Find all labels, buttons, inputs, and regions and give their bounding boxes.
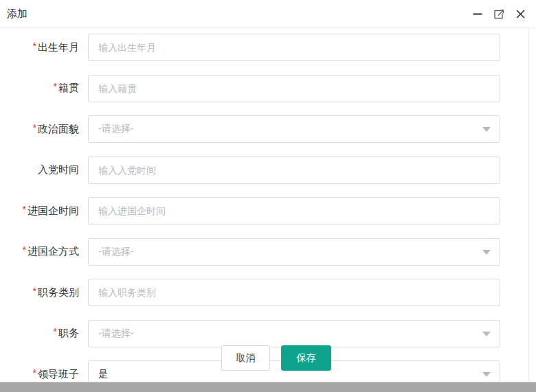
- minimize-button[interactable]: [471, 8, 484, 20]
- required-asterisk: *: [54, 326, 57, 337]
- save-button[interactable]: 保存: [281, 345, 331, 371]
- field-row-soe-entry-time: *进国企时间: [0, 197, 528, 224]
- field-row-native-place: *籍贯: [0, 75, 528, 102]
- required-asterisk: *: [23, 244, 26, 255]
- political-status-select[interactable]: -请选择-: [88, 115, 500, 143]
- birth-date-input[interactable]: [88, 34, 500, 61]
- position-category-input[interactable]: [88, 279, 500, 306]
- field-label: 入党时间: [0, 163, 79, 176]
- add-form: *出生年月 *籍贯 *政治面貌 -请选择- 入党时间 *进国企时间 *进国企方式…: [0, 28, 528, 382]
- soe-entry-time-input[interactable]: [88, 197, 500, 224]
- required-asterisk: *: [54, 81, 57, 92]
- field-label: *出生年月: [0, 41, 79, 54]
- soe-entry-method-select[interactable]: -请选择-: [88, 238, 500, 266]
- minimize-icon: [472, 8, 483, 19]
- required-asterisk: *: [33, 41, 36, 51]
- window-controls: [471, 8, 526, 20]
- select-placeholder: -请选择-: [98, 246, 133, 258]
- field-row-party-join-time: 入党时间: [0, 157, 528, 184]
- field-label: *职务: [0, 327, 79, 340]
- horizontal-scrollbar[interactable]: [0, 382, 536, 392]
- field-label: *职务类别: [0, 286, 79, 299]
- field-row-birth-date: *出生年月: [0, 34, 528, 61]
- field-row-position: *职务 -请选择-: [0, 320, 528, 347]
- required-asterisk: *: [33, 367, 36, 378]
- field-label: *政治面貌: [0, 123, 79, 136]
- close-button[interactable]: [514, 8, 526, 20]
- select-value: 是: [98, 368, 108, 380]
- field-label: *领导班子: [0, 368, 79, 381]
- cancel-button[interactable]: 取消: [221, 345, 270, 371]
- chevron-down-icon: [482, 127, 491, 132]
- field-row-political-status: *政治面貌 -请选择-: [0, 115, 528, 143]
- required-asterisk: *: [33, 286, 36, 297]
- chevron-down-icon: [482, 250, 491, 255]
- position-select[interactable]: -请选择-: [88, 320, 500, 347]
- vertical-scrollbar-track: [528, 28, 529, 382]
- required-asterisk: *: [33, 122, 36, 133]
- chevron-down-icon: [482, 332, 491, 336]
- native-place-input[interactable]: [88, 75, 500, 102]
- field-label: *进国企时间: [0, 205, 79, 218]
- close-icon: [515, 9, 526, 19]
- field-row-position-category: *职务类别: [0, 279, 528, 306]
- field-label: *进国企方式: [0, 245, 79, 258]
- dialog-title: 添加: [7, 8, 27, 21]
- party-join-time-input[interactable]: [88, 157, 500, 184]
- select-placeholder: -请选择-: [98, 123, 133, 135]
- required-asterisk: *: [23, 204, 26, 215]
- field-label: *籍贯: [0, 82, 79, 95]
- maximize-icon: [493, 8, 505, 20]
- chevron-down-icon: [482, 372, 491, 377]
- select-placeholder: -请选择-: [98, 327, 133, 340]
- field-row-soe-entry-method: *进国企方式 -请选择-: [0, 238, 528, 266]
- maximize-button[interactable]: [493, 8, 505, 20]
- dialog-header: 添加: [0, 0, 536, 28]
